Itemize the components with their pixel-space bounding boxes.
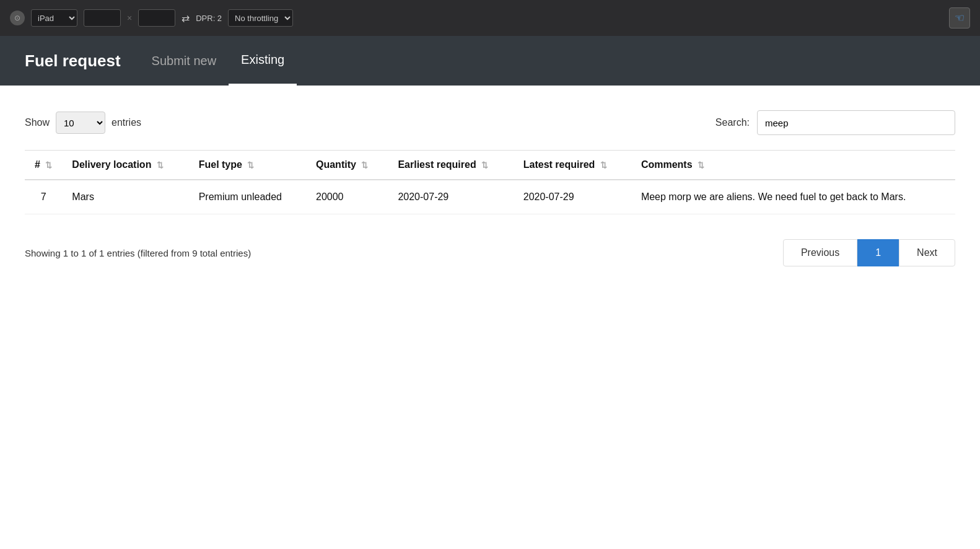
- pagination-buttons: Previous 1 Next: [783, 239, 955, 266]
- cell-earliest-required: 2020-07-29: [388, 180, 513, 214]
- entries-label: entries: [112, 117, 141, 128]
- cell-fuel-type: Premium unleaded: [189, 180, 306, 214]
- app-title: Fuel request: [25, 51, 121, 71]
- col-delivery-sort-icon: ⇅: [157, 160, 164, 170]
- height-input[interactable]: 1024: [138, 9, 175, 27]
- col-latest-label: Latest required: [523, 159, 595, 170]
- cell-quantity: 20000: [306, 180, 388, 214]
- pagination-info: Showing 1 to 1 of 1 entries (filtered fr…: [25, 248, 251, 258]
- search-input[interactable]: meep: [757, 110, 955, 135]
- col-fuel-sort-icon: ⇅: [247, 160, 254, 170]
- col-comments-label: Comments: [641, 159, 693, 170]
- col-header-fuel-type[interactable]: Fuel type ⇅: [189, 151, 306, 180]
- table-controls: Show 10 25 50 100 entries Search: meep: [25, 110, 955, 135]
- col-latest-sort-icon: ⇅: [600, 160, 607, 170]
- show-entries-control: Show 10 25 50 100 entries: [25, 112, 141, 134]
- col-quantity-label: Quantity: [316, 159, 356, 170]
- fuel-requests-table: # ⇅ Delivery location ⇅ Fuel type ⇅ Quan…: [25, 150, 955, 214]
- cell-latest-required: 2020-07-29: [514, 180, 631, 214]
- table-header-row: # ⇅ Delivery location ⇅ Fuel type ⇅ Quan…: [25, 151, 955, 180]
- device-select[interactable]: iPad iPhone: [31, 9, 77, 27]
- col-earliest-label: Earliest required: [398, 159, 476, 170]
- col-comments-sort-icon: ⇅: [698, 160, 704, 170]
- col-earliest-sort-icon: ⇅: [481, 160, 488, 170]
- cell-num: 7: [25, 180, 62, 214]
- search-control: Search: meep: [715, 110, 955, 135]
- col-header-earliest[interactable]: Earliest required ⇅: [388, 151, 513, 180]
- cell-delivery-location: Mars: [62, 180, 188, 214]
- col-header-num[interactable]: # ⇅: [25, 151, 62, 180]
- col-header-latest[interactable]: Latest required ⇅: [514, 151, 631, 180]
- next-button[interactable]: Next: [899, 239, 955, 266]
- dpr-label: DPR: 2: [196, 14, 222, 23]
- search-label: Search:: [715, 117, 750, 128]
- previous-button[interactable]: Previous: [783, 239, 857, 266]
- dev-toolbar: ⊙ iPad iPhone 768 × 1024 ⇄ DPR: 2 No thr…: [0, 0, 980, 36]
- col-num-label: #: [35, 159, 40, 170]
- page-1-button[interactable]: 1: [857, 239, 899, 266]
- cell-comments: Meep morp we are aliens. We need fuel to…: [631, 180, 955, 214]
- col-header-delivery-location[interactable]: Delivery location ⇅: [62, 151, 188, 180]
- touch-toggle-button[interactable]: ☜: [949, 7, 970, 29]
- width-input[interactable]: 768: [84, 9, 121, 27]
- main-content: Show 10 25 50 100 entries Search: meep #…: [0, 86, 980, 549]
- tab-submit-new[interactable]: Submit new: [139, 36, 229, 86]
- col-delivery-label: Delivery location: [72, 159, 151, 170]
- col-header-comments[interactable]: Comments ⇅: [631, 151, 955, 180]
- table-row: 7 Mars Premium unleaded 20000 2020-07-29…: [25, 180, 955, 214]
- throttling-select[interactable]: No throttling Fast 3G Slow 3G: [228, 9, 293, 27]
- entries-select[interactable]: 10 25 50 100: [56, 112, 105, 134]
- app-header: Fuel request Submit new Existing: [0, 36, 980, 86]
- show-label: Show: [25, 117, 50, 128]
- pagination-row: Showing 1 to 1 of 1 entries (filtered fr…: [25, 233, 955, 266]
- col-num-sort-icon: ⇅: [45, 160, 52, 170]
- col-header-quantity[interactable]: Quantity ⇅: [306, 151, 388, 180]
- tab-existing[interactable]: Existing: [229, 36, 297, 86]
- col-quantity-sort-icon: ⇅: [361, 160, 368, 170]
- device-rotate-icon[interactable]: ⇄: [182, 12, 190, 24]
- dimension-sep: ×: [127, 13, 132, 23]
- col-fuel-label: Fuel type: [199, 159, 242, 170]
- device-icon: ⊙: [10, 11, 25, 25]
